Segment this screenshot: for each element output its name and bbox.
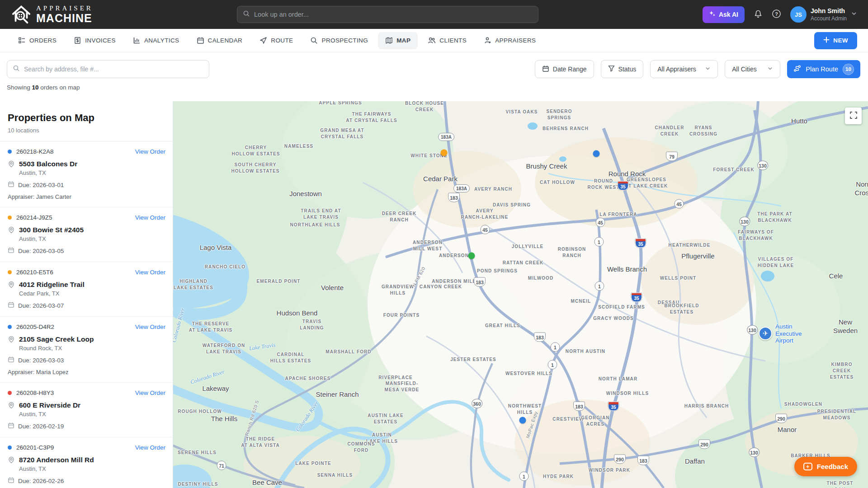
appraisers-select[interactable]: All Appraisers (650, 60, 718, 78)
route-shield: 130 (739, 217, 750, 226)
property-card[interactable]: 260208-H8Y3 View Order 600 E Riverside D… (0, 383, 173, 437)
map-label: MILWOOD (528, 275, 554, 282)
route-shield: 35 (618, 181, 628, 191)
ask-ai-button[interactable]: Ask AI (703, 6, 745, 23)
bell-icon (754, 9, 763, 20)
map-label: DESTINY HILLS (178, 481, 218, 488)
due-date: Due: 2026-02-19 (18, 423, 64, 430)
map-label: TRAILS END AT LAKE TRAVIS (301, 208, 341, 221)
address-search[interactable] (7, 60, 209, 78)
map-label: MANSFIELD- MESA VERDE (385, 380, 420, 393)
tab-route[interactable]: ROUTE (252, 32, 300, 49)
route-icon (793, 65, 801, 74)
tab-invoices[interactable]: INVOICES (66, 32, 123, 49)
map-label-layer: Cedar ParkJonestownRound RockBrushy Cree… (173, 101, 868, 488)
map-label: Colorado River (294, 400, 321, 433)
map-label: Lakeway (202, 385, 229, 393)
route-shield: 35 (635, 239, 646, 248)
calendar-icon (542, 65, 549, 74)
property-card[interactable]: 260210-E5T6 View Order 4012 Ridgeline Tr… (0, 262, 173, 317)
map-label: SERENE HILLS (178, 450, 217, 456)
notifications-button[interactable] (754, 9, 763, 20)
order-id: 260214-J9Z5 (16, 214, 52, 221)
status-dot (8, 216, 12, 220)
map-label: COMMONS FORD (347, 441, 375, 454)
invoices-icon (74, 37, 81, 44)
view-order-link[interactable]: View Order (135, 324, 165, 330)
map-marker[interactable] (441, 150, 448, 156)
route-shield: 183 (448, 193, 460, 202)
map-label: EMERALD POINT (256, 278, 300, 285)
user-menu[interactable]: JS John Smith Account Admin (790, 6, 857, 23)
plan-route-button[interactable]: Plan Route 10 (787, 60, 860, 78)
map-fullscreen-button[interactable] (845, 108, 862, 124)
map-label: RYANS CROSSING (689, 125, 717, 137)
orders-icon (18, 37, 26, 44)
map-label: CAT HOLLOW (540, 179, 575, 186)
route-shield: 45 (675, 199, 684, 209)
feedback-button[interactable]: + Feedback (794, 457, 857, 476)
view-order-link[interactable]: View Order (135, 444, 165, 451)
calendar-icon (197, 37, 204, 44)
map-label: RATTAN CREEK (503, 260, 544, 266)
map-label: GREENSLOPES AT LAKE CREEK (625, 177, 668, 189)
view-order-link[interactable]: View Order (135, 389, 165, 396)
tab-orders[interactable]: ORDERS (11, 32, 64, 49)
map-label: AVERY RANCH-LAKELINE (461, 208, 509, 221)
map-label: WELLS POINT (660, 275, 696, 282)
map-icon (385, 37, 393, 44)
brand-line2: MACHINE (36, 13, 93, 24)
map-label: GREAT HILLS (485, 323, 520, 329)
cities-select[interactable]: All Cities (725, 60, 780, 78)
address-search-input[interactable] (24, 66, 203, 73)
status-filter-button[interactable]: Status (601, 60, 644, 78)
tab-map[interactable]: MAP (378, 32, 418, 49)
tab-prospecting[interactable]: PROSPECTING (303, 32, 375, 49)
map-label: Colorado River (173, 307, 187, 343)
svg-text:?: ? (775, 11, 778, 17)
order-id: 260208-H8Y3 (16, 389, 54, 396)
map-label: POND SPRINGS (477, 268, 518, 274)
order-lookup-input[interactable] (254, 11, 533, 18)
map-marker[interactable] (593, 150, 600, 157)
view-order-link[interactable]: View Order (135, 214, 165, 221)
route-shield: 183 (637, 456, 649, 465)
map-label: CANYON CREEK (420, 284, 462, 290)
due-date: Due: 2026-03-05 (18, 248, 64, 254)
map-label: KIMBRO CREEK ESTATES (829, 361, 855, 380)
order-lookup-search[interactable] (237, 6, 538, 23)
property-card[interactable]: 260201-C3P9 View Order 8720 Anderson Mil… (0, 437, 173, 488)
property-card[interactable]: 260218-K2A8 View Order 5503 Balcones Dr … (0, 141, 173, 207)
route-shield: 290 (775, 414, 787, 423)
app-logo[interactable]: APPRAISER MACHINE (11, 3, 93, 26)
status-dot (8, 325, 12, 329)
map-marker[interactable] (519, 417, 526, 424)
map-label: SOUTH CHERRY HOLLOW ESTATES (231, 162, 279, 174)
map-label: MCNEIL (571, 298, 591, 305)
date-range-button[interactable]: Date Range (535, 60, 594, 78)
map-label: SCOFIELD FARMS (598, 304, 645, 310)
new-order-button[interactable]: NEW (814, 32, 857, 49)
map-label: DAVIS SPRING (493, 202, 531, 208)
map-canvas[interactable]: Cedar ParkJonestownRound RockBrushy Cree… (173, 101, 868, 488)
tab-analytics[interactable]: ANALYTICS (126, 32, 187, 49)
status-dot (8, 391, 12, 395)
help-button[interactable]: ? (772, 9, 781, 20)
tab-appraisers[interactable]: APPRAISERS (476, 32, 543, 49)
property-card[interactable]: 260214-J9Z5 View Order 300 Bowie St #240… (0, 207, 173, 262)
tab-clients[interactable]: CLIENTS (420, 32, 474, 49)
view-order-link[interactable]: View Order (135, 148, 165, 155)
route-shield: 183 (534, 333, 546, 342)
map-label: NORTH LAMAR (599, 376, 638, 382)
map-label: FOUR POINTS (383, 312, 420, 319)
route-shield: 130 (749, 448, 760, 457)
tab-calendar[interactable]: CALENDAR (189, 32, 250, 49)
route-count-badge: 10 (843, 64, 854, 75)
property-card[interactable]: 260205-D4R2 View Order 2105 Sage Creek L… (0, 317, 173, 383)
map-label: HIGHLAND LAKE ESTATES (174, 278, 213, 291)
map-label: ANDERSON (439, 253, 469, 259)
map-label: GEORGIAN ACRES (581, 415, 609, 427)
map-marker[interactable] (468, 253, 475, 259)
view-order-link[interactable]: View Order (135, 269, 165, 276)
map-label: HYDE PARK (543, 474, 574, 480)
